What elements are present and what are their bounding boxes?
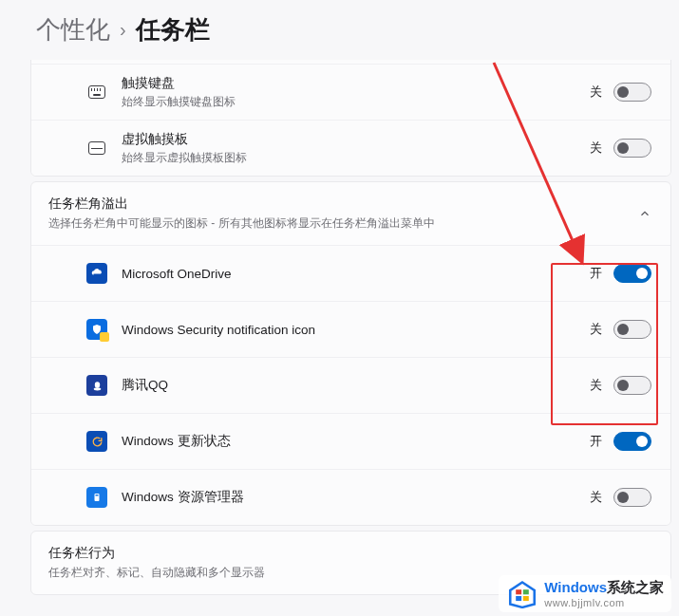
qq-icon (86, 375, 107, 396)
toggle-windows-update[interactable] (613, 432, 651, 451)
windows-update-icon (86, 431, 107, 452)
row-virtual-touchpad: 虚拟触摸板 始终显示虚拟触摸板图标 关 (31, 120, 670, 176)
watermark-brand1: Windows (544, 579, 607, 595)
toggle-resource-manager[interactable] (613, 488, 651, 507)
row-touch-keyboard: 触摸键盘 始终显示触摸键盘图标 关 (31, 64, 670, 120)
chevron-up-icon (638, 207, 651, 220)
svg-rect-3 (96, 495, 99, 496)
toggle-windows-security[interactable] (613, 320, 651, 339)
keyboard-icon (86, 82, 107, 103)
security-icon (86, 319, 107, 340)
svg-point-0 (94, 382, 99, 388)
row-windows-update: Windows 更新状态 开 (31, 413, 670, 469)
group-title: 任务栏角溢出 (48, 196, 638, 213)
svg-rect-6 (523, 589, 529, 594)
toggle-qq[interactable] (613, 376, 651, 395)
breadcrumb-parent[interactable]: 个性化 (36, 13, 110, 47)
svg-rect-7 (516, 595, 521, 600)
row-title: Windows Security notification icon (122, 323, 590, 337)
toggle-state-label: 关 (590, 140, 602, 157)
row-subtitle: 始终显示触摸键盘图标 (122, 94, 590, 110)
row-title: Windows 资源管理器 (122, 489, 590, 506)
row-windows-security: Windows Security notification icon 关 (31, 301, 670, 357)
svg-point-1 (93, 387, 101, 390)
toggle-state-label: 关 (590, 489, 602, 506)
toggle-state-label: 关 (590, 84, 602, 101)
row-title: 腾讯QQ (122, 377, 590, 394)
toggle-state-label: 关 (590, 377, 602, 394)
chevron-right-icon: › (120, 19, 126, 41)
windows-logo-icon (506, 580, 538, 608)
watermark-url: www.bjjmlv.com (544, 597, 664, 608)
svg-rect-8 (523, 595, 529, 600)
resource-manager-icon (86, 487, 107, 508)
row-onedrive: Microsoft OneDrive 开 (31, 245, 670, 301)
breadcrumb: 个性化 › 任务栏 (0, 0, 679, 60)
row-title: 虚拟触摸板 (122, 131, 590, 148)
row-title: Microsoft OneDrive (122, 267, 590, 281)
toggle-virtual-touchpad[interactable] (613, 139, 651, 158)
watermark: Windows系统之家 www.bjjmlv.com (499, 575, 671, 612)
row-title: 触摸键盘 (122, 75, 590, 92)
onedrive-icon (86, 263, 107, 284)
taskbar-overflow-header[interactable]: 任务栏角溢出 选择任务栏角中可能显示的图标 - 所有其他图标将显示在任务栏角溢出… (31, 182, 670, 245)
toggle-touch-keyboard[interactable] (613, 83, 651, 102)
toggle-onedrive[interactable] (613, 264, 651, 283)
row-title: Windows 更新状态 (122, 433, 590, 450)
taskbar-overflow-group: 任务栏角溢出 选择任务栏角中可能显示的图标 - 所有其他图标将显示在任务栏角溢出… (30, 181, 671, 526)
toggle-state-label: 开 (590, 433, 602, 450)
group-title: 任务栏行为 (48, 545, 651, 562)
watermark-brand2: 系统之家 (607, 579, 664, 595)
row-subtitle: 始终显示虚拟触摸板图标 (122, 150, 590, 166)
toggle-state-label: 开 (590, 265, 602, 282)
row-resource-manager: Windows 资源管理器 关 (31, 469, 670, 525)
toggle-state-label: 关 (590, 321, 602, 338)
row-qq: 腾讯QQ 关 (31, 357, 670, 413)
group-subtitle: 选择任务栏角中可能显示的图标 - 所有其他图标将显示在任务栏角溢出菜单中 (48, 215, 638, 232)
breadcrumb-current: 任务栏 (136, 13, 210, 47)
svg-rect-5 (516, 589, 521, 594)
touchpad-icon (86, 138, 107, 159)
